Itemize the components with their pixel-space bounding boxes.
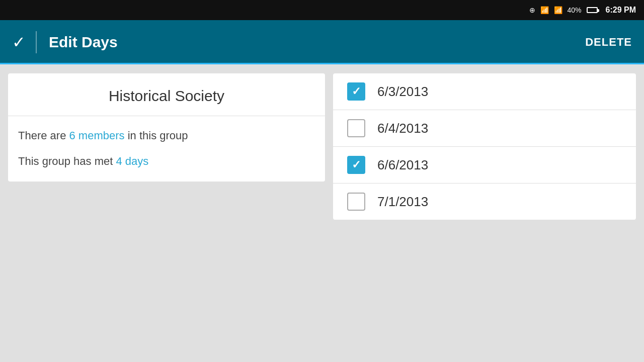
wifi-icon: 📶 <box>540 6 549 14</box>
date-row[interactable]: 6/4/2013 <box>333 110 636 147</box>
action-bar-divider <box>36 31 37 53</box>
network-icon: 📶 <box>554 6 562 14</box>
action-bar: ✓ Edit Days DELETE <box>0 20 644 64</box>
main-content: Historical Society There are 6 members i… <box>0 64 644 362</box>
signal-icon: ⊕ <box>529 6 535 14</box>
date-row[interactable]: 7/1/2013 <box>333 184 636 220</box>
delete-button[interactable]: DELETE <box>585 36 632 49</box>
date-checkbox-3[interactable] <box>347 193 365 211</box>
time-display: 6:29 PM <box>606 6 636 15</box>
members-prefix: There are <box>18 129 69 142</box>
date-label-3: 7/1/2013 <box>377 194 428 210</box>
days-line: This group has met 4 days <box>18 154 315 169</box>
group-name: Historical Society <box>109 87 224 104</box>
days-count: 4 days <box>116 155 148 167</box>
page-title: Edit Days <box>49 34 585 51</box>
members-suffix: in this group <box>125 129 188 142</box>
battery-text: 40% <box>568 6 582 14</box>
confirm-button[interactable]: ✓ <box>12 33 26 52</box>
date-checkbox-1[interactable] <box>347 119 365 137</box>
status-bar: ⊕ 📶 📶 40% 6:29 PM <box>0 0 644 20</box>
group-info-section: There are 6 members in this group This g… <box>8 116 325 182</box>
date-checkbox-0[interactable] <box>347 82 365 101</box>
days-prefix: This group has met <box>18 155 116 167</box>
members-count: 6 members <box>69 129 125 142</box>
battery-icon <box>587 7 598 13</box>
left-panel: Historical Society There are 6 members i… <box>8 73 325 182</box>
date-checkbox-2[interactable] <box>347 156 365 174</box>
date-label-0: 6/3/2013 <box>377 84 428 100</box>
date-row[interactable]: 6/3/2013 <box>333 73 636 110</box>
date-row[interactable]: 6/6/2013 <box>333 147 636 184</box>
group-name-section: Historical Society <box>8 73 325 116</box>
members-line: There are 6 members in this group <box>18 128 315 144</box>
right-panel: 6/3/20136/4/20136/6/20137/1/2013 <box>333 73 636 220</box>
date-label-2: 6/6/2013 <box>377 157 428 173</box>
date-label-1: 6/4/2013 <box>377 121 428 136</box>
